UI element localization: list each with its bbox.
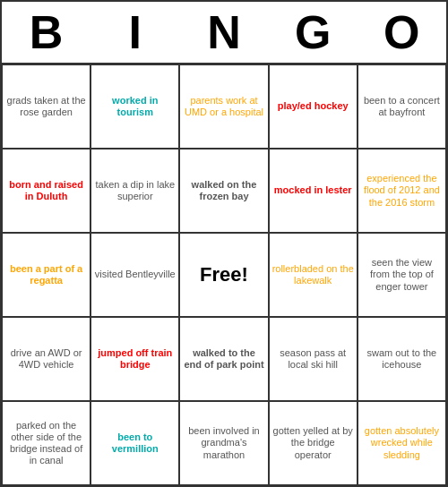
header-n: N (184, 5, 264, 59)
bingo-cell-11[interactable]: visited Bentleyville (90, 233, 179, 317)
bingo-cell-16[interactable]: jumped off train bridge (90, 317, 179, 401)
bingo-cell-15[interactable]: drive an AWD or 4WD vehicle (2, 317, 90, 401)
header-g: G (272, 5, 353, 59)
bingo-cell-22[interactable]: been involved in grandma's marathon (179, 401, 268, 485)
bingo-cell-23[interactable]: gotten yelled at by the bridge operator (269, 401, 358, 485)
bingo-cell-14[interactable]: seen the view from the top of enger towe… (358, 233, 446, 317)
bingo-cell-12[interactable]: Free! (179, 233, 268, 317)
bingo-grid: grads taken at the rose gardenworked in … (2, 64, 446, 485)
bingo-cell-5[interactable]: born and raised in Duluth (2, 149, 90, 233)
header-o: O (361, 5, 442, 59)
bingo-cell-19[interactable]: swam out to the icehouse (358, 317, 446, 401)
bingo-cell-10[interactable]: been a part of a regatta (2, 233, 90, 317)
bingo-header: B I N G O (2, 2, 446, 64)
header-i: I (95, 5, 176, 59)
bingo-cell-13[interactable]: rollerbladed on the lakewalk (269, 233, 358, 317)
bingo-cell-24[interactable]: gotten absolutely wrecked while sledding (358, 401, 446, 485)
bingo-cell-1[interactable]: worked in tourism (90, 64, 179, 149)
bingo-cell-7[interactable]: walked on the frozen bay (179, 149, 268, 233)
bingo-cell-18[interactable]: season pass at local ski hill (269, 317, 358, 401)
bingo-cell-3[interactable]: play/ed hockey (269, 64, 358, 149)
bingo-cell-8[interactable]: mocked in lester (269, 149, 358, 233)
bingo-cell-20[interactable]: parked on the other side of the bridge i… (2, 401, 90, 485)
bingo-cell-9[interactable]: experienced the flood of 2012 and the 20… (358, 149, 446, 233)
bingo-card: B I N G O grads taken at the rose garden… (0, 0, 448, 487)
bingo-cell-2[interactable]: parents work at UMD or a hospital (179, 64, 268, 149)
bingo-cell-4[interactable]: been to a concert at bayfront (358, 64, 446, 149)
bingo-cell-17[interactable]: walked to the end of park point (179, 317, 268, 401)
bingo-cell-21[interactable]: been to vermillion (90, 401, 179, 485)
header-b: B (6, 5, 87, 59)
bingo-cell-6[interactable]: taken a dip in lake superior (90, 149, 179, 233)
bingo-cell-0[interactable]: grads taken at the rose garden (2, 64, 90, 149)
